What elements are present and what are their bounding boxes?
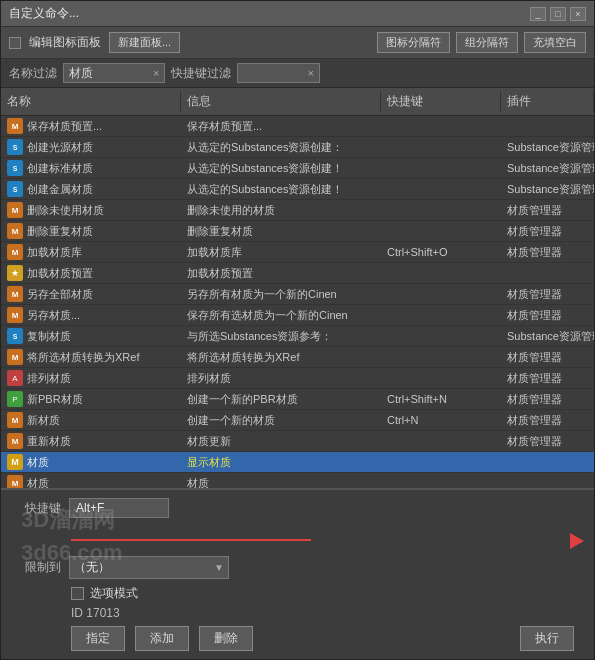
row-info: 保存材质预置... bbox=[181, 117, 381, 136]
table-row[interactable]: M 重新材质 材质更新 材质管理器 bbox=[1, 431, 594, 452]
edit-panel-label: 编辑图标面板 bbox=[29, 34, 101, 51]
row-info: 显示材质 bbox=[181, 453, 381, 472]
row-plugin: Substance资源管理器 bbox=[501, 327, 594, 346]
hotkey-row: 快捷键 bbox=[11, 498, 584, 518]
table-row[interactable]: M 删除重复材质 删除重复材质 材质管理器 bbox=[1, 221, 594, 242]
table-row[interactable]: S 创建光源材质 从选定的Substances资源创建： Substance资源… bbox=[1, 137, 594, 158]
row-plugin bbox=[501, 271, 594, 275]
group-sep-button[interactable]: 组分隔符 bbox=[456, 32, 518, 53]
filter-row: 名称过滤 × 快捷键过滤 × bbox=[1, 59, 594, 88]
hotkey-filter-input[interactable] bbox=[243, 66, 303, 80]
name-filter-clear[interactable]: × bbox=[153, 67, 159, 79]
table-row[interactable]: M 材质 材质 bbox=[1, 473, 594, 488]
minimize-button[interactable]: _ bbox=[530, 7, 546, 21]
hotkey-filter-box: × bbox=[237, 63, 319, 83]
row-name: ★ 加载材质预置 bbox=[1, 263, 181, 283]
main-window: 自定义命令... _ □ × 编辑图标面板 新建面板... 图标分隔符 组分隔符… bbox=[0, 0, 595, 660]
row-plugin: 材质管理器 bbox=[501, 243, 594, 262]
table-row[interactable]: M 加载材质库 加载材质库 Ctrl+Shift+O 材质管理器 bbox=[1, 242, 594, 263]
row-plugin bbox=[501, 481, 594, 485]
row-name: M 重新材质 bbox=[1, 431, 181, 451]
row-name: S 创建金属材质 bbox=[1, 179, 181, 199]
window-controls: _ □ × bbox=[530, 7, 586, 21]
mat-icon: M bbox=[7, 223, 23, 239]
row-hotkey bbox=[381, 376, 501, 380]
row-hotkey: Ctrl+N bbox=[381, 412, 501, 428]
new-panel-button[interactable]: 新建面板... bbox=[109, 32, 180, 53]
row-name: M 材质 bbox=[1, 452, 181, 472]
green-icon: P bbox=[7, 391, 23, 407]
hotkey-filter-clear[interactable]: × bbox=[307, 67, 313, 79]
row-info: 与所选Substances资源参考： bbox=[181, 327, 381, 346]
row-plugin: Substance资源管理器 bbox=[501, 159, 594, 178]
icon-sep-button[interactable]: 图标分隔符 bbox=[377, 32, 450, 53]
row-name: M 另存全部材质 bbox=[1, 284, 181, 304]
execute-button[interactable]: 执行 bbox=[520, 626, 574, 651]
row-hotkey bbox=[381, 481, 501, 485]
title-bar: 自定义命令... _ □ × bbox=[1, 1, 594, 27]
mat-icon: M bbox=[7, 349, 23, 365]
table-row[interactable]: M 将所选材质转换为XRef 将所选材质转换为XRef 材质管理器 bbox=[1, 347, 594, 368]
row-plugin: 材质管理器 bbox=[501, 369, 594, 388]
table-row[interactable]: S 创建金属材质 从选定的Substances资源创建！ Substance资源… bbox=[1, 179, 594, 200]
mat-icon: M bbox=[7, 244, 23, 260]
mat-icon: M bbox=[7, 118, 23, 134]
row-name: M 材质 bbox=[1, 473, 181, 488]
table-row[interactable]: ★ 加载材质预置 加载材质预置 bbox=[1, 263, 594, 284]
row-hotkey bbox=[381, 271, 501, 275]
row-hotkey bbox=[381, 313, 501, 317]
table-row[interactable]: M 另存材质... 保存所有选材质为一个新的Cinen 材质管理器 bbox=[1, 305, 594, 326]
mat-icon: M bbox=[7, 475, 23, 488]
row-hotkey bbox=[381, 292, 501, 296]
col-header-name: 名称 bbox=[1, 91, 181, 112]
row-info: 删除未使用的材质 bbox=[181, 201, 381, 220]
star-icon: ★ bbox=[7, 265, 23, 281]
edit-panel-checkbox[interactable] bbox=[9, 37, 21, 49]
sub-icon: S bbox=[7, 328, 23, 344]
table-row[interactable]: S 创建标准材质 从选定的Substances资源创建！ Substance资源… bbox=[1, 158, 594, 179]
restrict-row: 限制到 （无） ▼ bbox=[11, 556, 584, 579]
sub-icon: S bbox=[7, 181, 23, 197]
table-header: 名称 信息 快捷键 插件 bbox=[1, 88, 594, 116]
row-info: 加载材质库 bbox=[181, 243, 381, 262]
table-row[interactable]: A 排列材质 排列材质 材质管理器 bbox=[1, 368, 594, 389]
row-info: 从选定的Substances资源创建！ bbox=[181, 159, 381, 178]
table-row[interactable]: M 保存材质预置... 保存材质预置... bbox=[1, 116, 594, 137]
maximize-button[interactable]: □ bbox=[550, 7, 566, 21]
table-row-selected[interactable]: M 材质 显示材质 bbox=[1, 452, 594, 473]
add-button[interactable]: 添加 bbox=[135, 626, 189, 651]
table-row[interactable]: M 新材质 创建一个新的材质 Ctrl+N 材质管理器 bbox=[1, 410, 594, 431]
row-plugin: 材质管理器 bbox=[501, 222, 594, 241]
row-plugin: 材质管理器 bbox=[501, 348, 594, 367]
row-hotkey bbox=[381, 229, 501, 233]
table-row[interactable]: S 复制材质 与所选Substances资源参考： Substance资源管理器 bbox=[1, 326, 594, 347]
row-hotkey bbox=[381, 460, 501, 464]
window-title: 自定义命令... bbox=[9, 5, 79, 22]
table-row[interactable]: M 删除未使用材质 删除未使用的材质 材质管理器 bbox=[1, 200, 594, 221]
row-info: 排列材质 bbox=[181, 369, 381, 388]
row-info: 加载材质预置 bbox=[181, 264, 381, 283]
name-filter-input[interactable] bbox=[69, 66, 149, 80]
red-icon: A bbox=[7, 370, 23, 386]
restrict-dropdown[interactable]: （无） ▼ bbox=[69, 556, 229, 579]
table-row[interactable]: P 新PBR材质 创建一个新的PBR材质 Ctrl+Shift+N 材质管理器 bbox=[1, 389, 594, 410]
mat-icon: M bbox=[7, 202, 23, 218]
close-button[interactable]: × bbox=[570, 7, 586, 21]
fill-blank-button[interactable]: 充填空白 bbox=[524, 32, 586, 53]
table-body[interactable]: M 保存材质预置... 保存材质预置... S 创建光源材质 从选定的Subst… bbox=[1, 116, 594, 488]
row-hotkey bbox=[381, 187, 501, 191]
col-header-plugin: 插件 bbox=[501, 91, 594, 112]
hotkey-input[interactable] bbox=[69, 498, 169, 518]
mat-icon: M bbox=[7, 433, 23, 449]
table-row[interactable]: M 另存全部材质 另存所有材质为一个新的Cinen 材质管理器 bbox=[1, 284, 594, 305]
row-plugin: 材质管理器 bbox=[501, 285, 594, 304]
assign-button[interactable]: 指定 bbox=[71, 626, 125, 651]
row-info: 保存所有选材质为一个新的Cinen bbox=[181, 306, 381, 325]
select-mode-checkbox[interactable] bbox=[71, 587, 84, 600]
sub-icon: S bbox=[7, 139, 23, 155]
toolbar: 编辑图标面板 新建面板... 图标分隔符 组分隔符 充填空白 bbox=[1, 27, 594, 59]
row-plugin bbox=[501, 124, 594, 128]
mat-icon: M bbox=[7, 307, 23, 323]
row-name: A 排列材质 bbox=[1, 368, 181, 388]
delete-button[interactable]: 删除 bbox=[199, 626, 253, 651]
